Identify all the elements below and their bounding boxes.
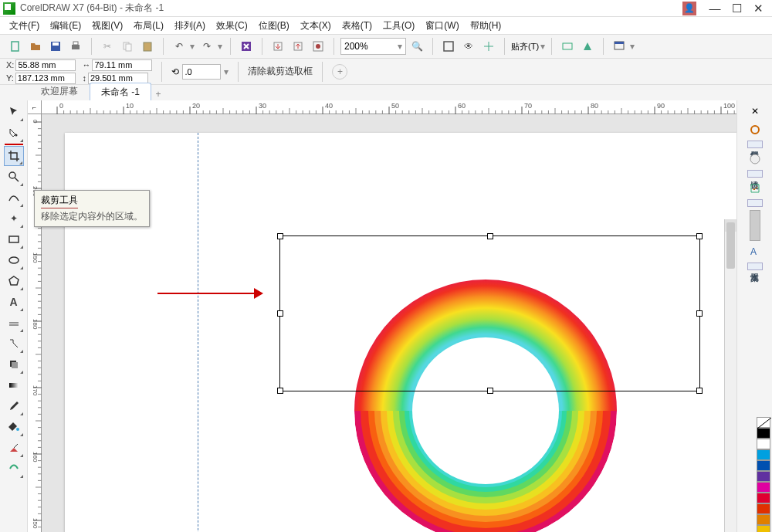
user-avatar-icon[interactable]: 👤 <box>682 2 696 15</box>
save-button[interactable] <box>46 37 65 56</box>
swatch-none[interactable] <box>757 417 770 428</box>
handle-nw[interactable] <box>277 233 283 239</box>
export-button[interactable] <box>289 37 307 56</box>
open-button[interactable] <box>26 37 45 56</box>
tab-welcome[interactable]: 欢迎屏幕 <box>29 82 90 101</box>
swatch[interactable] <box>757 428 770 439</box>
menu-window[interactable]: 窗口(W) <box>422 18 462 34</box>
guide-line[interactable] <box>198 133 198 532</box>
menu-effects[interactable]: 效果(C) <box>213 18 251 34</box>
handle-ne[interactable] <box>696 233 703 239</box>
freehand-tool[interactable] <box>4 188 24 208</box>
launch-button[interactable] <box>578 37 597 56</box>
crop-tool[interactable] <box>4 146 24 166</box>
swatch[interactable] <box>757 482 770 493</box>
horizontal-ruler[interactable]: 毫米 0102030405060708090100 <box>42 100 758 114</box>
menu-arrange[interactable]: 排列(A) <box>171 18 208 34</box>
undo-button[interactable]: ↶ <box>170 37 188 56</box>
page[interactable] <box>65 133 744 532</box>
docker-grip[interactable] <box>750 210 760 241</box>
hints-icon[interactable] <box>747 181 763 196</box>
ruler-origin[interactable]: ⌐ <box>28 100 42 114</box>
zoom-tool[interactable] <box>4 167 24 187</box>
menu-view[interactable]: 视图(V) <box>89 18 126 34</box>
polygon-tool[interactable] <box>4 271 24 291</box>
menu-tools[interactable]: 工具(O) <box>380 18 418 34</box>
scroll-thumb[interactable] <box>726 222 735 269</box>
panel-gear-icon[interactable] <box>747 122 763 137</box>
swatch[interactable] <box>757 525 770 532</box>
minimize-button[interactable]: — <box>704 0 726 17</box>
paste-button[interactable] <box>138 37 157 56</box>
maximize-button[interactable]: ☐ <box>726 0 747 17</box>
crop-selection[interactable] <box>279 236 700 391</box>
search-button[interactable] <box>237 37 256 56</box>
parallel-dim-tool[interactable] <box>4 313 24 333</box>
text-props-icon[interactable]: A <box>747 244 763 259</box>
canvas-area[interactable]: ⌐ 毫米 0102030405060708090100 020019018017… <box>28 100 772 532</box>
menu-bitmap[interactable]: 位图(B) <box>256 18 293 34</box>
panel-hints[interactable]: 提示 <box>747 199 763 207</box>
cut-button[interactable]: ✂ <box>98 37 117 56</box>
zoom-tool-button[interactable]: 🔍 <box>408 37 426 56</box>
options-button[interactable] <box>558 37 577 56</box>
pick-tool[interactable] <box>4 102 24 122</box>
width-input[interactable] <box>92 59 152 71</box>
clear-crop-button[interactable]: 清除裁剪选取框 <box>248 65 313 78</box>
new-button[interactable] <box>6 37 25 56</box>
print-button[interactable] <box>66 37 85 56</box>
handle-sw[interactable] <box>277 388 283 394</box>
tab-document[interactable]: 未命名 -1 <box>90 83 151 102</box>
panel-object-properties[interactable]: 对象属性 <box>747 141 763 148</box>
swatch[interactable] <box>757 471 770 482</box>
menu-file[interactable]: 文件(F) <box>6 18 42 34</box>
handle-w[interactable] <box>277 310 283 317</box>
swatch[interactable] <box>757 503 770 514</box>
redo-button[interactable]: ↷ <box>198 37 216 56</box>
snap-label[interactable]: 贴齐(T) <box>511 41 539 53</box>
add-prop-button[interactable]: + <box>332 64 347 80</box>
panel-lens[interactable]: 透镜 <box>747 170 763 178</box>
vertical-ruler[interactable]: 0200190180170160150 <box>28 114 42 532</box>
outline-tool[interactable] <box>4 459 24 479</box>
ellipse-tool[interactable] <box>4 250 24 270</box>
rectangle-tool[interactable] <box>4 229 24 249</box>
handle-s[interactable] <box>487 388 493 394</box>
publish-button[interactable] <box>309 37 327 56</box>
swatch[interactable] <box>757 514 770 525</box>
tab-add-button[interactable]: + <box>151 87 165 101</box>
eyedropper-tool[interactable] <box>4 396 24 416</box>
smart-fill-color-tool[interactable] <box>4 438 24 458</box>
menu-text[interactable]: 文本(X) <box>297 18 334 34</box>
import-button[interactable] <box>269 37 287 56</box>
swatch[interactable] <box>757 439 770 449</box>
vertical-scrollbar[interactable]: ▴ <box>724 219 736 532</box>
close-button[interactable]: ✕ <box>747 0 769 17</box>
fill-tool[interactable] <box>4 417 24 437</box>
handle-e[interactable] <box>696 310 703 317</box>
smart-fill-tool[interactable]: ✦ <box>4 208 24 229</box>
menu-table[interactable]: 表格(T) <box>339 18 375 34</box>
handle-se[interactable] <box>696 388 703 394</box>
text-tool[interactable]: A <box>4 292 24 312</box>
menu-layout[interactable]: 布局(L) <box>130 18 167 34</box>
close-panels-icon[interactable]: ✕ <box>747 103 763 119</box>
handle-n[interactable] <box>487 233 493 239</box>
swatch[interactable] <box>757 460 770 471</box>
fullscreen-button[interactable] <box>439 37 458 56</box>
drop-shadow-tool[interactable] <box>4 354 24 374</box>
guides-button[interactable] <box>479 37 498 56</box>
preview-button[interactable]: 👁 <box>459 37 478 56</box>
swatch[interactable] <box>757 449 770 460</box>
panel-text-properties[interactable]: 文本属性 <box>747 263 763 270</box>
rotation-input[interactable] <box>182 64 221 80</box>
app-switch-button[interactable] <box>610 37 628 56</box>
menu-help[interactable]: 帮助(H) <box>467 18 505 34</box>
connector-tool[interactable] <box>4 334 24 354</box>
x-input[interactable] <box>15 59 76 71</box>
menu-edit[interactable]: 编辑(E) <box>47 18 84 34</box>
shape-tool[interactable] <box>4 123 24 143</box>
swatch[interactable] <box>757 493 770 503</box>
transparency-tool[interactable] <box>4 375 24 395</box>
zoom-select[interactable]: 200%▾ <box>340 38 406 55</box>
